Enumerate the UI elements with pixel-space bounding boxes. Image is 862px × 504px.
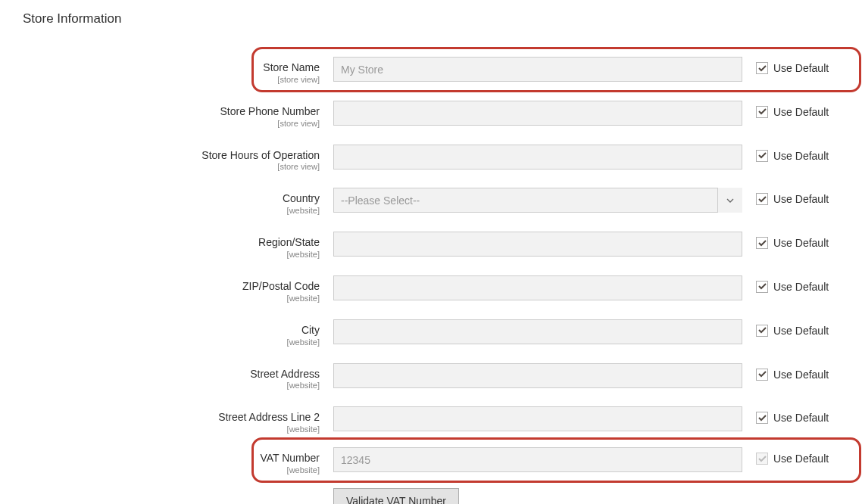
row-street2: Street Address Line 2 [website] Use Defa… — [8, 406, 854, 434]
scope-store-hours: [store view] — [8, 162, 320, 171]
checkbox-city[interactable] — [756, 325, 768, 337]
scope-street1: [website] — [8, 381, 320, 390]
label-store-hours: Store Hours of Operation — [8, 149, 320, 162]
input-region[interactable] — [333, 232, 742, 257]
checkbox-street1[interactable] — [756, 369, 768, 381]
input-store-phone[interactable] — [333, 101, 742, 126]
label-store-phone: Store Phone Number — [8, 105, 320, 118]
input-city[interactable] — [333, 319, 742, 344]
scope-store-name: [store view] — [8, 75, 320, 84]
label-store-name: Store Name — [8, 61, 320, 74]
row-store-name: Store Name [store view] Use Default — [8, 57, 854, 84]
checkbox-label-region: Use Default — [773, 237, 829, 249]
checkbox-street2[interactable] — [756, 412, 768, 424]
scope-city: [website] — [8, 338, 320, 347]
label-region: Region/State — [8, 236, 320, 249]
scope-region: [website] — [8, 250, 320, 259]
select-country[interactable] — [333, 188, 742, 213]
row-region: Region/State [website] Use Default — [8, 232, 854, 259]
label-city: City — [8, 324, 320, 337]
validate-vat-button[interactable]: Validate VAT Number — [333, 488, 459, 504]
row-validate: Validate VAT Number — [8, 488, 854, 504]
checkbox-vat — [756, 453, 768, 465]
checkbox-label-vat: Use Default — [773, 453, 829, 465]
scope-street2: [website] — [8, 425, 320, 434]
input-store-name[interactable] — [333, 57, 742, 82]
label-street2: Street Address Line 2 — [8, 411, 320, 424]
checkbox-label-street2: Use Default — [773, 412, 829, 424]
row-store-phone: Store Phone Number [store view] Use Defa… — [8, 101, 854, 128]
label-vat: VAT Number — [8, 452, 320, 465]
store-info-form: Store Name [store view] Use Default Stor… — [8, 57, 854, 504]
section-title: Store Information — [8, 11, 854, 26]
row-country: Country [website] Use Default — [8, 188, 854, 215]
input-vat[interactable] — [333, 447, 742, 472]
label-zip: ZIP/Postal Code — [8, 280, 320, 293]
checkbox-label-country: Use Default — [773, 193, 829, 205]
scope-country: [website] — [8, 206, 320, 215]
row-zip: ZIP/Postal Code [website] Use Default — [8, 275, 854, 303]
input-street1[interactable] — [333, 363, 742, 388]
checkbox-zip[interactable] — [756, 281, 768, 293]
label-country: Country — [8, 192, 320, 205]
checkbox-store-hours[interactable] — [756, 150, 768, 162]
checkbox-country[interactable] — [756, 193, 768, 205]
row-store-hours: Store Hours of Operation [store view] Us… — [8, 145, 854, 172]
checkbox-region[interactable] — [756, 237, 768, 249]
checkbox-label-city: Use Default — [773, 325, 829, 337]
checkbox-store-name[interactable] — [756, 62, 768, 74]
row-vat: VAT Number [website] Use Default — [8, 447, 854, 474]
input-zip[interactable] — [333, 275, 742, 300]
scope-zip: [website] — [8, 294, 320, 303]
row-street1: Street Address [website] Use Default — [8, 363, 854, 390]
checkbox-label-store-name: Use Default — [773, 62, 829, 74]
select-country-value — [333, 188, 742, 213]
scope-vat: [website] — [8, 465, 320, 474]
row-city: City [website] Use Default — [8, 319, 854, 347]
input-street2[interactable] — [333, 406, 742, 431]
label-street1: Street Address — [8, 368, 320, 381]
checkbox-label-street1: Use Default — [773, 369, 829, 381]
checkbox-label-zip: Use Default — [773, 281, 829, 293]
scope-store-phone: [store view] — [8, 119, 320, 128]
checkbox-label-store-phone: Use Default — [773, 106, 829, 118]
checkbox-label-store-hours: Use Default — [773, 150, 829, 162]
input-store-hours[interactable] — [333, 145, 742, 170]
checkbox-store-phone[interactable] — [756, 106, 768, 118]
